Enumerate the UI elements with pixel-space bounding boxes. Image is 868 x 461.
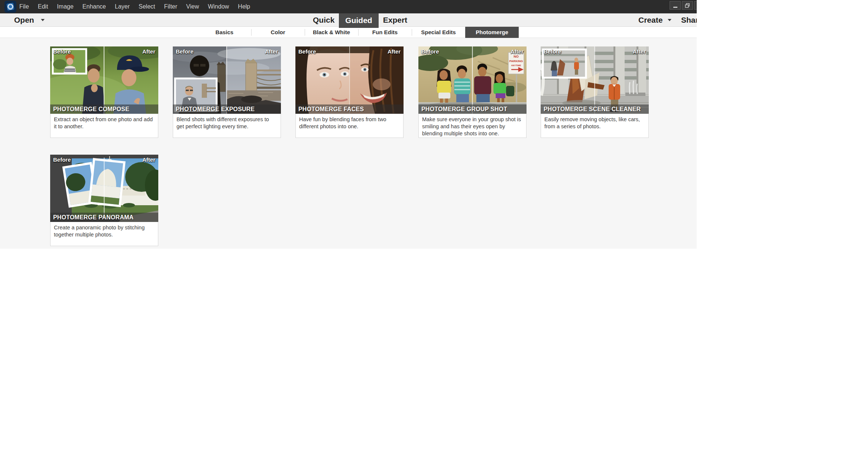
tab-expert[interactable]: Expert (379, 13, 412, 27)
share-button[interactable]: Share (681, 13, 697, 27)
before-label: Before (298, 48, 316, 55)
after-label: After (388, 48, 401, 55)
edit-mode-switcher: Quick Guided Expert (308, 13, 412, 27)
card-image-panorama: Before After PHOTOMERGE PANORAMA (50, 155, 158, 222)
window-controls (670, 1, 697, 10)
no-parking-sign-line3: ANYTIME (511, 64, 521, 67)
create-button[interactable]: Create (638, 13, 671, 27)
scene-cleaner-photo-illustration (541, 46, 649, 114)
tab-guided[interactable]: Guided (339, 13, 378, 28)
card-photomerge-compose[interactable]: Before After PHOTOMERGE COMPOSE Extract … (50, 46, 158, 138)
before-label: Before (544, 48, 561, 55)
close-button[interactable] (694, 1, 697, 10)
create-button-label: Create (638, 16, 663, 25)
card-title: PHOTOMERGE GROUP SHOT (418, 104, 527, 114)
action-bar: Open Quick Guided Expert Create Share (0, 13, 697, 27)
exposure-photo-illustration (173, 46, 281, 114)
card-photomerge-group-shot[interactable]: NO PARKING ANYTIME (418, 46, 527, 138)
menu-edit[interactable]: Edit (33, 3, 53, 10)
card-image-scene-cleaner: Before After PHOTOMERGE SCENE CLEANER (541, 46, 649, 114)
guided-category-tabs: Basics Color Black & White Fun Edits Spe… (0, 27, 697, 38)
chevron-down-icon (41, 19, 45, 21)
card-description: Extract an object from one photo and add… (50, 114, 158, 138)
restore-icon (685, 3, 690, 8)
card-title: PHOTOMERGE FACES (295, 104, 404, 114)
card-title: PHOTOMERGE SCENE CLEANER (541, 104, 649, 114)
after-label: After (265, 48, 278, 55)
no-parking-sign-line1: NO (514, 55, 519, 58)
tab-black-and-white[interactable]: Black & White (305, 27, 358, 38)
menu-bar: File Edit Image Enhance Layer Select Fil… (0, 0, 697, 13)
compose-photo-illustration (50, 46, 158, 114)
card-image-group-shot: NO PARKING ANYTIME (418, 46, 527, 114)
menu-help[interactable]: Help (233, 3, 255, 10)
restore-button[interactable] (682, 1, 693, 10)
card-image-compose: Before After PHOTOMERGE COMPOSE (50, 46, 158, 114)
menu-enhance[interactable]: Enhance (78, 3, 110, 10)
menu-view[interactable]: View (182, 3, 203, 10)
tab-basics[interactable]: Basics (198, 27, 251, 38)
after-label: After (511, 48, 524, 55)
tab-special-edits[interactable]: Special Edits (412, 27, 465, 38)
tab-fun-edits[interactable]: Fun Edits (358, 27, 412, 38)
guided-edits-panel: Before After PHOTOMERGE COMPOSE Extract … (0, 38, 697, 249)
group-shot-photo-illustration: NO PARKING ANYTIME (418, 46, 527, 114)
menu-file[interactable]: File (15, 3, 33, 10)
menu-select[interactable]: Select (134, 3, 159, 10)
card-photomerge-faces[interactable]: Before After PHOTOMERGE FACES Have fun b… (295, 46, 404, 138)
card-title: PHOTOMERGE COMPOSE (50, 104, 158, 114)
card-description: Have fun by blending faces from two diff… (295, 114, 404, 138)
menu-window[interactable]: Window (203, 3, 233, 10)
after-label: After (633, 48, 646, 55)
card-photomerge-exposure[interactable]: Before After PHOTOMERGE EXPOSURE Blend s… (173, 46, 281, 138)
before-label: Before (53, 48, 71, 55)
minimize-button[interactable] (670, 1, 681, 10)
card-title: PHOTOMERGE EXPOSURE (173, 104, 281, 114)
menu-image[interactable]: Image (52, 3, 78, 10)
faces-photo-illustration (295, 46, 404, 114)
menu-items: File Edit Image Enhance Layer Select Fil… (15, 0, 255, 13)
share-button-label: Share (681, 16, 697, 25)
panorama-photo-illustration (50, 155, 158, 222)
menu-filter[interactable]: Filter (160, 3, 182, 10)
chevron-down-icon (668, 19, 671, 21)
card-image-faces: Before After PHOTOMERGE FACES (295, 46, 404, 114)
open-button[interactable]: Open (14, 13, 45, 27)
before-label: Before (53, 157, 71, 163)
card-photomerge-panorama[interactable]: Before After PHOTOMERGE PANORAMA Create … (50, 155, 158, 246)
app-window: File Edit Image Enhance Layer Select Fil… (0, 0, 697, 249)
card-description: Blend shots with different exposures to … (173, 114, 281, 138)
card-image-exposure: Before After PHOTOMERGE EXPOSURE (173, 46, 281, 114)
tab-color[interactable]: Color (251, 27, 305, 38)
open-button-label: Open (14, 16, 34, 25)
minimize-icon (673, 7, 677, 8)
after-label: After (142, 157, 155, 163)
before-label: Before (421, 48, 439, 55)
card-photomerge-scene-cleaner[interactable]: Before After PHOTOMERGE SCENE CLEANER Ea… (541, 46, 649, 138)
no-parking-sign-line2: PARKING (509, 59, 523, 63)
card-description: Create a panoramic photo by stitching to… (50, 222, 158, 246)
card-description: Easily remove moving objects, like cars,… (541, 114, 649, 138)
before-label: Before (176, 48, 194, 55)
card-description: Make sure everyone in your group shot is… (418, 114, 527, 138)
card-title: PHOTOMERGE PANORAMA (50, 213, 158, 222)
menu-layer[interactable]: Layer (110, 3, 134, 10)
tab-quick[interactable]: Quick (308, 13, 339, 27)
after-label: After (142, 48, 155, 55)
tab-photomerge[interactable]: Photomerge (465, 27, 519, 38)
